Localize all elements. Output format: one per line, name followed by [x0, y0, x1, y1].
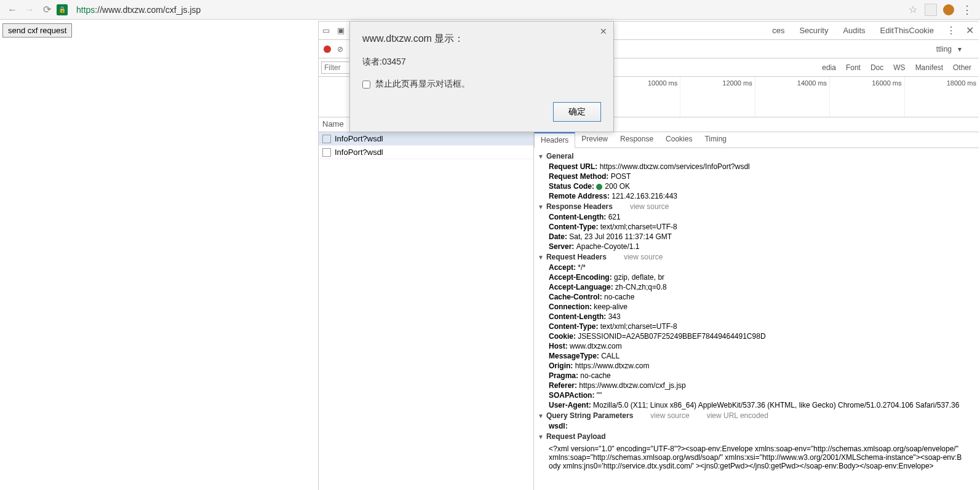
alert-message: 读者:03457: [362, 57, 601, 68]
bookmark-icon[interactable]: ☆: [909, 4, 917, 15]
header-row: Cache-Control: no-cache: [534, 292, 979, 302]
request-name: InfoPort?wsdl: [335, 134, 383, 143]
view-url-encoded-link[interactable]: view URL encoded: [707, 411, 768, 420]
reload-button[interactable]: ⟳: [39, 2, 54, 17]
filter-font[interactable]: Font: [846, 63, 861, 72]
menu-icon[interactable]: ⋮: [962, 3, 971, 17]
inspect-icon[interactable]: ▭: [319, 26, 333, 35]
general-section[interactable]: ▼General: [534, 151, 979, 162]
request-payload-section[interactable]: ▼Request Payload: [534, 431, 979, 442]
header-row: wsdl:: [534, 421, 979, 431]
clear-icon[interactable]: ⊘: [337, 45, 343, 53]
header-row: Pragma: no-cache: [534, 371, 979, 381]
payload-body: <?xml version="1.0" encoding="UTF-8"?><s…: [534, 442, 979, 473]
file-icon: [322, 148, 331, 157]
header-row: Connection: keep-alive: [534, 302, 979, 312]
tab-response[interactable]: Response: [614, 132, 659, 148]
forward-button[interactable]: →: [22, 2, 37, 17]
header-row: Remote Address: 121.42.163.216:443: [534, 191, 979, 201]
filter-other[interactable]: Other: [953, 63, 971, 72]
secure-icon: 🔒: [57, 4, 68, 15]
file-icon: [322, 135, 331, 143]
cookie-icon[interactable]: [943, 4, 954, 15]
view-source-link[interactable]: view source: [630, 202, 669, 211]
alert-title: www.dtxzw.com 显示：: [362, 33, 601, 45]
tab-cookies[interactable]: Cookies: [659, 132, 698, 148]
header-row: Referer: https://www.dtxzw.com/cxf_js.js…: [534, 381, 979, 390]
filter-media[interactable]: edia: [822, 63, 836, 72]
devtools-close-icon[interactable]: ✕: [961, 25, 979, 36]
header-row: Content-Type: text/xml;charset=UTF-8: [534, 222, 979, 232]
timeline-tick: 10000 ms: [605, 77, 680, 117]
url-bar[interactable]: https://www.dtxzw.com/cxf_js.jsp: [71, 2, 904, 17]
devtools-menu-icon[interactable]: ⋮: [941, 25, 961, 36]
header-row: SOAPAction: "": [534, 390, 979, 400]
details-body: ▼General Request URL: https://www.dtxzw.…: [534, 148, 979, 490]
header-row: Request Method: POST: [534, 172, 979, 181]
header-row: Content-Length: 343: [534, 312, 979, 322]
header-row: Content-Length: 621: [534, 212, 979, 222]
header-row: Origin: https://www.dtxzw.com: [534, 361, 979, 371]
view-source-link[interactable]: view source: [624, 253, 663, 261]
header-row: Accept: */*: [534, 263, 979, 272]
header-row: User-Agent: Mozilla/5.0 (X11; Linux x86_…: [534, 400, 979, 410]
tab-security[interactable]: Security: [792, 26, 835, 35]
filter-doc[interactable]: Doc: [870, 63, 883, 72]
send-request-button[interactable]: send cxf request: [2, 23, 72, 38]
ok-button[interactable]: 确定: [553, 102, 601, 122]
header-row: Date: Sat, 23 Jul 2016 11:37:14 GMT: [534, 232, 979, 242]
timeline-tick: 14000 ms: [755, 77, 829, 117]
suppress-checkbox-label[interactable]: 禁止此页再显示对话框。: [362, 79, 601, 90]
query-string-section[interactable]: ▼Query String Parametersview sourceview …: [534, 410, 979, 421]
header-row: MessageType: CALL: [534, 351, 979, 361]
tab-preview[interactable]: Preview: [575, 132, 614, 148]
header-row: Content-Type: text/xml;charset=UTF-8: [534, 322, 979, 331]
tab-headers[interactable]: Headers: [534, 132, 575, 148]
timeline-tick: 12000 ms: [680, 77, 754, 117]
timeline-tick: 16000 ms: [829, 77, 904, 117]
header-row: Status Code: 200 OK: [534, 181, 979, 191]
url-rest: ://www.dtxzw.com/cxf_js.jsp: [95, 5, 201, 15]
suppress-checkbox[interactable]: [362, 81, 370, 89]
throttling-dropdown[interactable]: ttling ▾: [936, 45, 962, 53]
detail-tabs: Headers Preview Response Cookies Timing: [534, 132, 979, 148]
request-list: InfoPort?wsdl InfoPort?wsdl: [319, 132, 534, 490]
alert-dialog: ✕ www.dtxzw.com 显示： 读者:03457 禁止此页再显示对话框。…: [349, 21, 614, 132]
view-source-link[interactable]: view source: [650, 411, 689, 420]
header-row: Cookie: JSESSIONID=A2A5B07F25249BBEF7844…: [534, 331, 979, 341]
device-icon[interactable]: ▣: [333, 26, 348, 35]
filter-manifest[interactable]: Manifest: [915, 63, 943, 72]
response-headers-section[interactable]: ▼Response Headersview source: [534, 201, 979, 212]
close-icon[interactable]: ✕: [600, 26, 607, 36]
header-row: Host: www.dtxzw.com: [534, 341, 979, 351]
details-panel: Headers Preview Response Cookies Timing …: [534, 132, 979, 490]
header-row: Accept-Language: zh-CN,zh;q=0.8: [534, 282, 979, 292]
browser-toolbar: ← → ⟳ 🔒 https://www.dtxzw.com/cxf_js.jsp…: [0, 0, 980, 20]
tab-editthiscookie[interactable]: EditThisCookie: [873, 26, 941, 35]
extension-icon[interactable]: [925, 4, 937, 16]
record-button[interactable]: [324, 45, 331, 53]
request-row[interactable]: InfoPort?wsdl: [319, 146, 533, 159]
header-row: Request URL: https://www.dtxzw.com/servi…: [534, 162, 979, 172]
header-row: Server: Apache-Coyote/1.1: [534, 242, 979, 251]
back-button[interactable]: ←: [5, 2, 20, 17]
checkbox-text: 禁止此页再显示对话框。: [375, 79, 470, 90]
request-name: InfoPort?wsdl: [335, 148, 383, 157]
url-scheme: https: [76, 5, 95, 15]
page-content: send cxf request: [2, 23, 72, 38]
timeline-tick: 18000 ms: [904, 77, 979, 117]
tab-audits[interactable]: Audits: [835, 26, 872, 35]
tab-timing[interactable]: Timing: [698, 132, 733, 148]
tab-item[interactable]: ces: [765, 26, 792, 35]
filter-ws[interactable]: WS: [893, 63, 905, 72]
request-headers-section[interactable]: ▼Request Headersview source: [534, 251, 979, 263]
header-row: Accept-Encoding: gzip, deflate, br: [534, 272, 979, 282]
request-row[interactable]: InfoPort?wsdl: [319, 132, 533, 146]
